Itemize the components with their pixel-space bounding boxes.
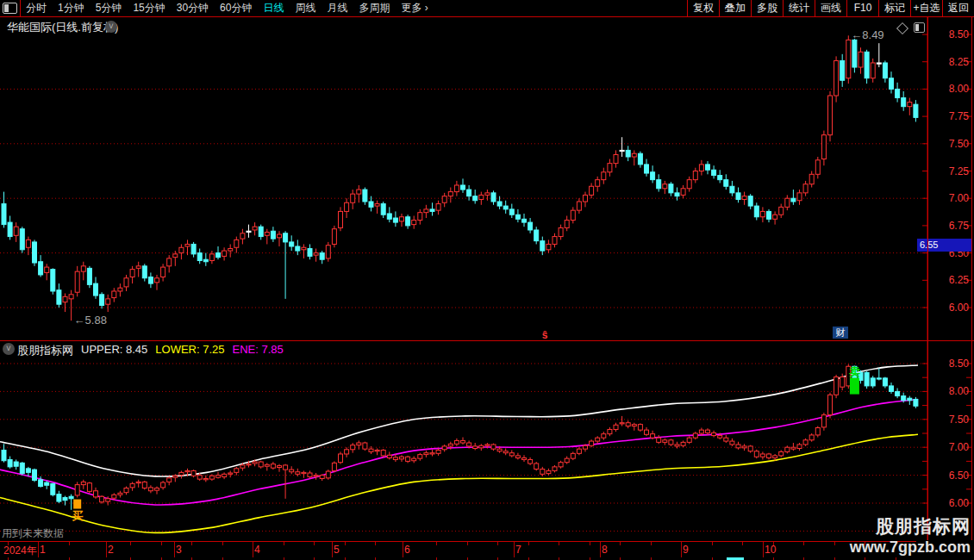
candle [148, 272, 153, 288]
candle-body [852, 40, 857, 67]
sub-candle-body [730, 441, 734, 445]
candle [546, 240, 551, 252]
timeline-axis[interactable]: 2024年 12345678910 [0, 541, 916, 558]
week-tick [651, 542, 652, 545]
sub-candle [779, 450, 784, 457]
sub-candle-body [185, 470, 190, 471]
sub-candle-body [742, 446, 746, 448]
menu-item-draw-line[interactable]: 画线 [815, 0, 846, 16]
sub-candle-body [363, 443, 367, 449]
menu-item-multi-stock[interactable]: 多股 [751, 0, 783, 16]
sub-candle-body [553, 467, 557, 471]
candle [522, 214, 527, 227]
menu-item-5min[interactable]: 5分钟 [96, 1, 122, 16]
sub-candle-body [418, 455, 422, 459]
candle [33, 240, 37, 265]
candle [914, 100, 918, 121]
week-tick [497, 542, 498, 545]
menu-item-back[interactable]: 返回 [942, 0, 974, 16]
candle [602, 168, 606, 184]
sub-candle [87, 482, 91, 493]
menu-item-1min[interactable]: 1分钟 [58, 1, 84, 16]
stock-title[interactable]: 华能国际(日线.前复权) [7, 20, 118, 35]
sub-candle [890, 383, 894, 394]
candle [785, 195, 790, 210]
week-tick [742, 542, 743, 545]
sub-candle-body [565, 458, 569, 463]
sub-candle [515, 453, 520, 460]
main-axis-label: 6.25 [949, 274, 970, 286]
candle [228, 244, 233, 257]
sub-candle [381, 449, 385, 457]
menu-item-15min[interactable]: 15分钟 [133, 1, 165, 16]
month-separator [174, 542, 175, 557]
candle [412, 215, 416, 228]
tool-menu: 复权叠加多股统计画线F10标记+自选返回 [687, 0, 974, 16]
candle [840, 54, 845, 87]
sub-candle-body [259, 462, 263, 467]
menu-item-multi-period[interactable]: 多周期 [359, 1, 390, 16]
candle [161, 264, 165, 281]
sub-candle [387, 451, 391, 459]
menu-item-weekly[interactable]: 周线 [295, 1, 315, 16]
menu-item-realtime[interactable]: 分时 [26, 1, 47, 16]
sub-candle-body [179, 472, 184, 475]
menu-item-mark[interactable]: 标记 [878, 0, 910, 16]
month-label: 10 [765, 544, 776, 556]
candle [681, 185, 685, 198]
sub-candle [203, 476, 208, 482]
candle-body [136, 266, 140, 269]
sub-candle [118, 491, 122, 498]
sub-candle-body [773, 456, 777, 458]
menu-item-f10[interactable]: F10 [846, 0, 878, 16]
candle-body [608, 164, 612, 172]
sub-candle-body [326, 471, 330, 478]
sub-candle-body [767, 454, 771, 458]
candle-body [259, 227, 263, 236]
candle [94, 277, 98, 298]
menu-item-overlay[interactable]: 叠加 [719, 0, 751, 16]
sub-candle [94, 488, 98, 499]
buy-signal-box [73, 500, 81, 509]
candle-body [118, 288, 122, 291]
sub-candle-body [320, 476, 324, 479]
sub-candle [553, 465, 557, 472]
menu-item-more[interactable]: 更多 › [401, 1, 428, 16]
sub-candle [339, 451, 343, 464]
menu-item-statistics[interactable]: 统计 [783, 0, 815, 16]
candle-body [400, 217, 404, 221]
menu-item-30min[interactable]: 30分钟 [177, 1, 209, 16]
panel-layout-icon[interactable] [914, 22, 925, 33]
sub-candle [614, 423, 618, 432]
sub-candle [657, 435, 661, 444]
menu-item-restore-rights[interactable]: 复权 [687, 0, 719, 16]
sub-axis-label: 7.00 [949, 441, 970, 453]
sub-candle-body [265, 464, 269, 466]
candle [852, 39, 857, 72]
candle [320, 251, 324, 264]
week-tick [590, 542, 590, 545]
menu-item-daily[interactable]: 日线 [263, 1, 284, 16]
candle [877, 43, 881, 67]
main-axis-label: 8.00 [949, 83, 970, 95]
menu-item-60min[interactable]: 60分钟 [220, 1, 252, 16]
sub-candle-body [754, 451, 759, 457]
candle [791, 190, 796, 205]
sub-candle-body [590, 441, 594, 445]
sub-candle-body [791, 447, 796, 449]
candle [883, 60, 887, 82]
title-chevron-down-icon[interactable]: ˅ [105, 21, 117, 33]
sub-candle [528, 457, 533, 465]
candle-body [497, 202, 502, 206]
sub-candle [651, 431, 655, 439]
month-separator [600, 542, 601, 557]
candle [608, 159, 612, 177]
candle [106, 295, 110, 312]
layout-toggle-icon[interactable] [3, 3, 17, 14]
menu-item-monthly[interactable]: 月线 [327, 1, 347, 16]
menu-item-add-watch[interactable]: +自选 [910, 0, 942, 16]
sub-candle-body [828, 395, 833, 414]
main-axis-label: 7.00 [949, 192, 970, 204]
sub-candle [278, 464, 282, 472]
candle-body [185, 244, 190, 246]
